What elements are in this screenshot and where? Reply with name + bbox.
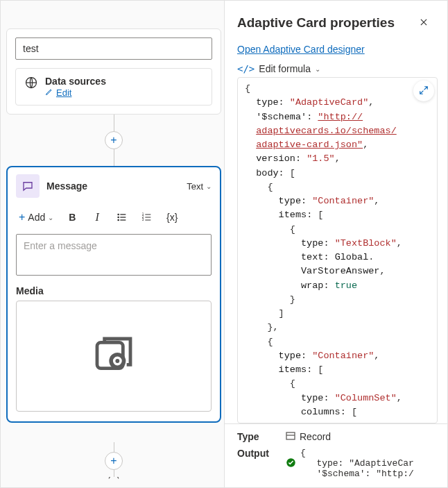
svg-point-3 bbox=[118, 219, 119, 220]
success-check-icon bbox=[286, 457, 296, 470]
globe-icon bbox=[24, 76, 38, 92]
data-sources-edit-link[interactable]: Edit bbox=[45, 87, 71, 98]
panel-close-button[interactable] bbox=[414, 13, 433, 33]
formula-label: Edit formula bbox=[259, 63, 311, 74]
connector-line bbox=[114, 442, 114, 452]
bold-button[interactable]: B bbox=[62, 208, 83, 227]
italic-button[interactable]: I bbox=[87, 208, 107, 227]
adaptive-card-icon bbox=[92, 333, 136, 380]
formula-header[interactable]: </> Edit formula ⌄ bbox=[225, 63, 447, 77]
footer-type-value: Record bbox=[300, 431, 331, 442]
toolbar-add-button[interactable]: + Add ⌄ bbox=[15, 208, 58, 227]
svg-point-2 bbox=[118, 217, 119, 217]
media-slot[interactable] bbox=[16, 301, 212, 412]
message-toolbar: + Add ⌄ B I 1 2 bbox=[8, 205, 220, 231]
svg-text:3: 3 bbox=[142, 218, 144, 221]
pencil-icon bbox=[45, 87, 53, 98]
formula-editor[interactable]: { type: "AdaptiveCard", '$schema': "http… bbox=[238, 78, 437, 423]
media-label: Media bbox=[8, 285, 220, 301]
end-dialog-icon bbox=[107, 477, 120, 488]
expand-formula-button[interactable] bbox=[413, 81, 434, 101]
chevron-down-icon: ⌄ bbox=[315, 65, 320, 73]
close-icon bbox=[419, 17, 429, 29]
add-node-button[interactable]: + bbox=[105, 131, 123, 149]
plus-icon: + bbox=[19, 211, 25, 224]
connector-line bbox=[114, 470, 114, 477]
data-sources-title: Data sources bbox=[45, 76, 106, 87]
record-type-icon bbox=[286, 431, 295, 442]
add-node-button[interactable]: + bbox=[105, 452, 123, 470]
trigger-card: Data sources Edit bbox=[6, 28, 221, 115]
footer-type-label: Type bbox=[237, 431, 276, 442]
variable-button[interactable]: {x} bbox=[162, 208, 182, 227]
connector-line bbox=[114, 149, 114, 166]
plus-icon: + bbox=[110, 135, 117, 146]
open-designer-link[interactable]: Open Adaptive Card designer bbox=[225, 37, 447, 63]
expand-icon bbox=[419, 85, 429, 97]
data-sources-row: Data sources Edit bbox=[15, 68, 212, 106]
edit-label: Edit bbox=[56, 87, 71, 98]
footer-output-preview: { type: "AdaptiveCar '$schema': "http:/ bbox=[300, 448, 414, 479]
message-body-input[interactable]: Enter a message bbox=[16, 234, 212, 276]
number-list-button[interactable]: 1 2 3 bbox=[137, 208, 157, 227]
chevron-down-icon: ⌄ bbox=[206, 183, 212, 190]
svg-point-9 bbox=[115, 359, 119, 363]
connector-line bbox=[114, 115, 114, 131]
fx-icon: </> bbox=[237, 63, 255, 74]
message-icon bbox=[16, 174, 40, 198]
panel-title: Adaptive Card properties bbox=[237, 15, 414, 31]
plus-icon: + bbox=[110, 455, 117, 466]
message-title: Message bbox=[46, 180, 180, 192]
message-card[interactable]: Message Text ⌄ + Add ⌄ B I bbox=[6, 166, 221, 423]
chevron-down-icon: ⌄ bbox=[48, 214, 53, 221]
message-type-dropdown[interactable]: Text ⌄ bbox=[187, 181, 212, 192]
search-input[interactable] bbox=[15, 37, 212, 60]
svg-rect-10 bbox=[286, 432, 295, 439]
svg-point-1 bbox=[118, 214, 119, 214]
properties-panel: Adaptive Card properties Open Adaptive C… bbox=[224, 1, 447, 487]
footer-output-label: Output bbox=[237, 448, 276, 459]
bullet-list-button[interactable] bbox=[112, 208, 132, 227]
